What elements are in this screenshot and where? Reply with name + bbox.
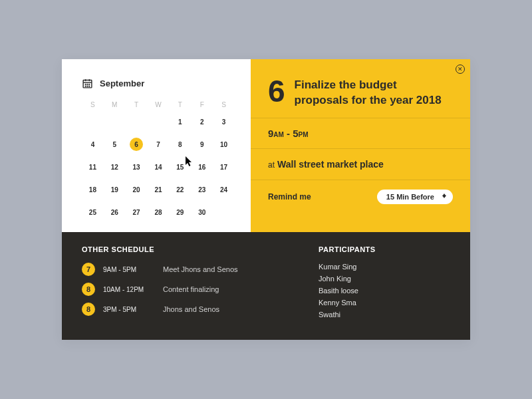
calendar-dow-row: SMTWTFS [82, 101, 235, 108]
schedule-item[interactable]: 810AM - 12PMContent finalizing [82, 283, 319, 296]
calendar-day[interactable]: 9 [191, 138, 213, 151]
calendar-empty-cell [104, 115, 126, 128]
calendar-day[interactable]: 17 [213, 160, 235, 174]
event-end-ampm: PM [299, 131, 309, 138]
dow-label: S [213, 101, 235, 108]
calendar-grid: 1234567891011121314151617181920212223242… [82, 115, 235, 219]
schedule-desc: Jhons and Senos [163, 305, 219, 313]
calendar-day[interactable]: 19 [104, 183, 126, 196]
calendar-day[interactable]: 8 [169, 138, 191, 151]
calendar-empty-cell [126, 115, 148, 128]
schedule-item[interactable]: 83PM - 5PMJhons and Senos [82, 303, 319, 316]
schedule-time: 10AM - 12PM [103, 286, 155, 293]
svg-point-6 [89, 84, 90, 84]
participant-name: Kumar Sing [319, 263, 452, 271]
dow-label: S [82, 101, 104, 108]
calendar-day[interactable]: 5 [104, 138, 126, 151]
calendar-empty-cell [82, 115, 104, 128]
calendar-day[interactable]: 10 [213, 138, 235, 151]
schedule-desc: Content finalizing [163, 285, 219, 293]
calendar-day[interactable]: 22 [169, 183, 191, 196]
dow-label: T [169, 101, 191, 108]
calendar-day[interactable]: 26 [104, 205, 126, 219]
event-title-row: 6 Finalize the budget proposals for the … [251, 59, 470, 118]
svg-point-9 [89, 86, 90, 86]
schedule-day-badge: 7 [82, 263, 95, 276]
svg-point-4 [85, 84, 86, 84]
calendar-header: September [82, 78, 235, 89]
calendar-day[interactable]: 4 [82, 138, 104, 151]
calendar-day[interactable]: 23 [191, 183, 213, 196]
calendar-day[interactable]: 15 [169, 160, 191, 174]
participant-name: Swathi [319, 311, 452, 319]
calendar-empty-cell [148, 115, 170, 128]
svg-point-8 [87, 86, 88, 86]
event-location: Wall street market place [277, 159, 384, 170]
calendar-day[interactable]: 6 [126, 138, 148, 151]
calendar-panel: September SMTWTFS 1234567891011121314151… [62, 59, 251, 232]
event-location-row: atWall street market place [251, 149, 470, 180]
other-schedule-title: OTHER SCHEDULE [82, 245, 319, 253]
other-schedule-list: 79AM - 5PMMeet Jhons and Senos810AM - 12… [82, 263, 319, 316]
calendar-day[interactable]: 7 [148, 138, 170, 151]
schedule-day-badge: 8 [82, 303, 95, 316]
calendar-day[interactable]: 2 [191, 115, 213, 128]
remind-label: Remind me [268, 192, 311, 201]
participant-name: Basith loose [319, 287, 452, 295]
event-location-prefix: at [268, 160, 275, 170]
close-icon[interactable]: ✕ [456, 65, 465, 74]
event-card: ✕ September SMTWTFS 12345678910111213141… [62, 59, 470, 340]
calendar-day[interactable]: 20 [126, 183, 148, 196]
calendar-day[interactable]: 18 [82, 183, 104, 196]
other-schedule-section: OTHER SCHEDULE 79AM - 5PMMeet Jhons and … [82, 245, 319, 323]
dow-label: T [126, 101, 148, 108]
calendar-day[interactable]: 13 [126, 160, 148, 174]
event-start-ampm: AM [273, 131, 284, 138]
dow-label: M [104, 101, 126, 108]
calendar-icon [82, 78, 93, 89]
schedule-time: 9AM - 5PM [103, 266, 155, 273]
calendar-day[interactable]: 25 [82, 205, 104, 219]
participants-list: Kumar SingJohn KingBasith looseKenny Sma… [319, 263, 452, 319]
schedule-item[interactable]: 79AM - 5PMMeet Jhons and Senos [82, 263, 319, 276]
event-detail-panel: 6 Finalize the budget proposals for the … [251, 59, 470, 232]
event-time-dash: - [284, 128, 293, 139]
calendar-day[interactable]: 24 [213, 183, 235, 196]
participants-section: PARTICIPANTS Kumar SingJohn KingBasith l… [319, 245, 452, 323]
calendar-day[interactable]: 1 [169, 115, 191, 128]
calendar-day[interactable]: 14 [148, 160, 170, 174]
bottom-panel: OTHER SCHEDULE 79AM - 5PMMeet Jhons and … [62, 232, 470, 340]
calendar-day[interactable]: 27 [126, 205, 148, 219]
participant-name: Kenny Sma [319, 299, 452, 307]
calendar-day[interactable]: 30 [191, 205, 213, 219]
schedule-day-badge: 8 [82, 283, 95, 296]
dow-label: W [148, 101, 170, 108]
svg-point-7 [85, 86, 86, 86]
participant-name: John King [319, 275, 452, 283]
event-time-row: 9AM - 5PM [251, 118, 470, 149]
calendar-day[interactable]: 21 [148, 183, 170, 196]
participants-title: PARTICIPANTS [319, 245, 452, 253]
calendar-day[interactable]: 28 [148, 205, 170, 219]
schedule-desc: Meet Jhons and Senos [163, 265, 238, 273]
calendar-day[interactable]: 16 [191, 160, 213, 174]
calendar-day[interactable]: 11 [82, 160, 104, 174]
calendar-day[interactable]: 12 [104, 160, 126, 174]
calendar-day[interactable]: 3 [213, 115, 235, 128]
event-day-number: 6 [268, 78, 285, 105]
remind-select[interactable]: 15 Min Before [377, 190, 453, 204]
schedule-time: 3PM - 5PM [103, 306, 155, 313]
event-end-hour: 5 [293, 128, 298, 139]
dow-label: F [191, 101, 213, 108]
calendar-day[interactable]: 29 [169, 205, 191, 219]
svg-point-5 [87, 84, 88, 84]
calendar-month: September [100, 78, 144, 88]
event-remind-row: Remind me 15 Min Before [251, 180, 470, 217]
event-title: Finalize the budget proposals for the ye… [295, 78, 453, 108]
